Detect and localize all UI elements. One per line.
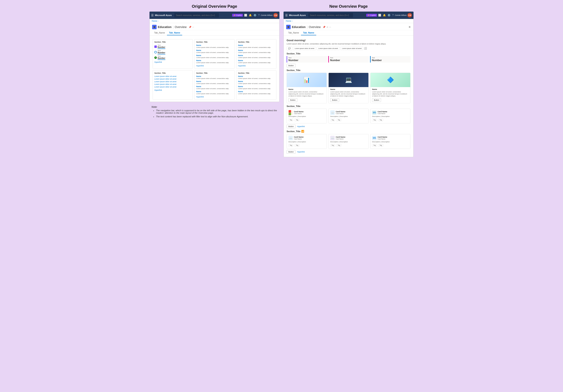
- right-breadcrumb: Home ›: [284, 19, 413, 23]
- desc-13: Lorem ipsum dolor sit amet, consectetur …: [238, 77, 275, 79]
- name-link-8[interactable]: Name: [238, 60, 275, 62]
- pin-icon[interactable]: 📌: [189, 26, 192, 28]
- search-input-right[interactable]: [308, 13, 353, 17]
- name-link-1[interactable]: Name: [196, 44, 233, 46]
- chip-1[interactable]: Lorem ipsum dolor sit amet: [293, 47, 316, 50]
- page-wrapper: Original Overview Page ☰ Microsoft Azure…: [4, 4, 559, 157]
- app-card-2-tags: Tag Tag: [330, 118, 367, 122]
- hamburger-icon-right[interactable]: ☰: [285, 13, 288, 17]
- breadcrumb-home[interactable]: Home: [152, 20, 157, 22]
- visual-card-img-3: 🔷: [371, 73, 410, 87]
- settings-icon[interactable]: ⚙️: [253, 13, 257, 17]
- chip-more[interactable]: ⬜: [364, 47, 367, 50]
- name-link-12[interactable]: Name: [196, 90, 233, 93]
- name-link-3[interactable]: Name: [196, 54, 233, 56]
- section4-label: Section_Title: [287, 130, 300, 133]
- section3-button[interactable]: Button: [287, 125, 295, 128]
- app-cards-row2: ☁️ Card Name Card Name Description | Des…: [287, 134, 410, 149]
- app-card-5-desc: Description | Description: [330, 141, 367, 143]
- notification-icon-right[interactable]: 🔔: [383, 13, 386, 17]
- hamburger-icon[interactable]: ☰: [151, 13, 154, 17]
- notification-icon[interactable]: 🔔: [248, 13, 252, 17]
- name-link-7[interactable]: Name: [238, 54, 275, 56]
- section3-hyperlink[interactable]: Hyperlink: [297, 126, 305, 127]
- right-nav-bar: ☰ Microsoft Azure ✨ Copilot ⬜ 🔔 ⚙️ ? Con…: [283, 12, 413, 19]
- left-content-area: Section_Title Text Number Text: [150, 36, 279, 102]
- breadcrumb-home-right[interactable]: Home: [286, 20, 291, 22]
- more-icon[interactable]: ···: [192, 26, 194, 28]
- name-link-10[interactable]: Name: [196, 80, 233, 82]
- terminal-icon[interactable]: ⬜: [244, 13, 248, 17]
- app-card-6-tags: Tag Tag: [372, 143, 409, 147]
- new-page-content: Good morning! Lorem ipsum dolor sit amet…: [287, 38, 410, 155]
- hyperlink-2[interactable]: Hyperlink: [196, 65, 233, 67]
- tab-tabname-right-1[interactable]: Tab_Name: [286, 30, 301, 35]
- name-link-9[interactable]: Name: [196, 75, 233, 77]
- app-card-6-subtitle: Card Name: [378, 138, 387, 140]
- name-link-15[interactable]: Name: [238, 86, 275, 88]
- app-card-5-icon: ☁️: [330, 136, 335, 140]
- settings-icon-right[interactable]: ⚙️: [387, 13, 391, 17]
- header-separator-right: |: [307, 25, 308, 29]
- pin-icon-right[interactable]: 📌: [323, 26, 326, 28]
- left-breadcrumb: Home ›: [150, 19, 279, 23]
- hyperlink-4[interactable]: Hyperlink: [154, 89, 191, 91]
- chip-2[interactable]: Lorem ipsum dolor sit amet: [317, 47, 339, 50]
- list-link-4[interactable]: Lorem ipsum dolor sit amet: [154, 83, 191, 85]
- desc-15: Lorem ipsum dolor sit amet, consectetur …: [238, 88, 275, 89]
- name-link-11[interactable]: Name: [196, 86, 233, 88]
- chip-3[interactable]: Lorem ipsum dolor sit amet: [340, 47, 363, 50]
- name-item-9: Name Lorem ipsum dolor sit amet, consect…: [196, 75, 233, 79]
- app-card-5-header: ☁️ Card Name Card Name: [330, 136, 367, 140]
- stats-button[interactable]: Button: [287, 64, 295, 67]
- list-link-1[interactable]: Lorem ipsum dolor sit amet: [154, 75, 191, 77]
- visual-card-btn-3[interactable]: Button: [372, 98, 381, 102]
- section3-bottom-row: Button Hyperlink: [287, 125, 410, 128]
- terminal-icon-right[interactable]: ⬜: [378, 13, 382, 17]
- list-link-3[interactable]: Lorem ipsum dolor sit amet: [154, 81, 191, 83]
- section-title-2: Section_Title: [196, 41, 233, 43]
- orig-section-names-1: Section_Title Name Lorem ipsum dolor sit…: [194, 39, 235, 69]
- star-icon-right[interactable]: ☆: [326, 26, 328, 28]
- name-link-14[interactable]: Name: [238, 80, 275, 82]
- hyperlink-5[interactable]: Hyperlink: [196, 96, 233, 98]
- visual-card-btn-2[interactable]: Button: [330, 98, 339, 102]
- desc-14: Lorem ipsum dolor sit amet, consectetur …: [238, 83, 275, 84]
- close-button[interactable]: ✕: [409, 25, 411, 29]
- hyperlink-1[interactable]: Hyperlink: [154, 61, 191, 63]
- name-link-5[interactable]: Name: [238, 44, 275, 46]
- visual-card-desc-1: Lorem ipsum dolor sit amet, consectetur …: [288, 91, 325, 97]
- help-icon-right[interactable]: ?: [392, 13, 394, 17]
- section4-button[interactable]: Button: [287, 150, 295, 154]
- stat-label-3: Text: [158, 55, 165, 57]
- list-link-2[interactable]: Lorem ipsum dolor sit amet: [154, 78, 191, 80]
- section4-hyperlink[interactable]: Hyperlink: [297, 151, 305, 153]
- tab-tabname-right-2[interactable]: Tab_Name: [301, 30, 316, 35]
- hyperlink-3[interactable]: Hyperlink: [238, 65, 275, 67]
- help-icon[interactable]: ?: [258, 13, 260, 17]
- name-link-2[interactable]: Name: [196, 49, 233, 51]
- user-info-right[interactable]: Connie Wilson CW: [395, 13, 412, 17]
- name-link-16[interactable]: Name: [238, 90, 275, 93]
- note-label: Note:: [152, 106, 277, 108]
- name-item-10: Name Lorem ipsum dolor sit amet, consect…: [196, 80, 233, 84]
- tab-tabname-2[interactable]: Tab_Name: [167, 30, 182, 35]
- visual-card-btn-1[interactable]: Button: [288, 98, 297, 102]
- list-link-5[interactable]: Lorem ipsum dolor sit amet: [154, 86, 191, 88]
- copilot-button-right[interactable]: ✨ Copilot: [366, 14, 377, 17]
- copilot-button[interactable]: ✨ Copilot: [232, 14, 243, 17]
- search-input[interactable]: [174, 13, 219, 17]
- app-card-4-header: ☁️ Card Name Card Name: [288, 136, 325, 140]
- greeting-text: Lorem ipsum dolor sit amet, consectetur …: [287, 43, 410, 45]
- name-link-13[interactable]: Name: [238, 75, 275, 77]
- tab-tabname-1[interactable]: Tab_Name: [152, 30, 167, 35]
- name-link-6[interactable]: Name: [238, 49, 275, 51]
- new-section-title-1: Section_Title: [287, 52, 410, 55]
- desc-4: Lorem ipsum dolor sit amet, consectetur …: [196, 62, 233, 63]
- user-info[interactable]: Connie Wilson CW: [261, 13, 278, 17]
- visual-card-body-1: Name Lorem ipsum dolor sit amet, consect…: [287, 87, 327, 103]
- visual-card-3: 🔷 Name Lorem ipsum dolor sit amet, conse…: [370, 73, 410, 103]
- more-icon-right[interactable]: ···: [329, 26, 331, 28]
- app-card-1-subtitle: Card Name: [294, 113, 304, 114]
- name-link-4[interactable]: Name: [196, 60, 233, 62]
